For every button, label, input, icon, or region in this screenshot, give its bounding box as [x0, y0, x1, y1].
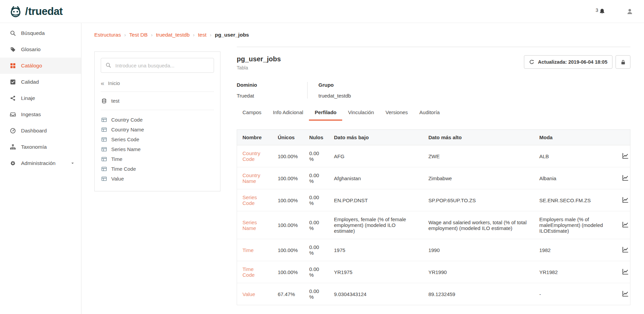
tree-column-series-code[interactable]: Series Code — [101, 134, 214, 144]
gauge-icon — [9, 128, 16, 134]
grid-icon — [9, 63, 16, 69]
nulos-cell: 0.00% — [304, 167, 329, 189]
chart-cell — [617, 167, 630, 189]
tab-auditoria[interactable]: Auditoría — [414, 109, 446, 121]
tree-column-label: Series Name — [111, 146, 141, 152]
highest-value-cell: ZWE — [423, 145, 534, 167]
table-header-row: Nombre Únicos Nulos Dato más bajo Dato m… — [237, 130, 630, 145]
nulos-cell: 0.00% — [304, 283, 329, 305]
field-name-cell: Time — [237, 239, 272, 261]
breadcrumb-link-test[interactable]: test — [198, 32, 207, 38]
unicos-cell: 100.00% — [272, 261, 304, 283]
search-icon — [9, 30, 16, 36]
line-chart-icon[interactable] — [622, 174, 629, 181]
line-chart-icon[interactable] — [622, 221, 629, 228]
tree-column-label: Country Code — [111, 117, 143, 123]
tree-search-input[interactable] — [101, 58, 214, 73]
sidebar-item-label: Ingestas — [21, 111, 41, 118]
truedat-logo[interactable]: /truedat — [9, 5, 63, 18]
chevron-down-icon — [70, 161, 75, 166]
sidebar-item-catalogo[interactable]: Catálogo — [0, 58, 81, 74]
gear-icon — [9, 160, 16, 166]
tab-versiones[interactable]: Versiones — [380, 109, 414, 121]
tab-perfilado[interactable]: Perfilado — [309, 109, 342, 121]
line-chart-icon[interactable] — [622, 246, 629, 253]
tree-column-time[interactable]: Time — [101, 154, 214, 164]
structure-tree-panel: « Inicio test Country Code — [94, 51, 220, 191]
lock-icon — [620, 59, 626, 65]
refresh-updated-button[interactable]: Actualizada: 2019-06-04 18:05 — [524, 55, 612, 69]
lowest-value-cell: 9.0304343124 — [329, 283, 423, 305]
user-menu-button[interactable] — [626, 8, 633, 15]
highest-value-cell: Wage and salaried workers, total (% of t… — [423, 211, 534, 239]
sidebar: Búsqueda Glosario Catálogo Calidad — [0, 23, 81, 314]
breadcrumb-link-estructuras[interactable]: Estructuras — [94, 32, 121, 38]
sidebar-item-dashboard[interactable]: Dashboard — [0, 123, 81, 139]
field-link[interactable]: Country Name — [242, 172, 260, 184]
tree-column-value[interactable]: Value — [101, 174, 214, 184]
brand-name: /truedat — [25, 5, 63, 18]
sidebar-item-busqueda[interactable]: Búsqueda — [0, 25, 81, 41]
tab-campos[interactable]: Campos — [237, 109, 267, 121]
lock-button[interactable] — [616, 55, 630, 69]
table-row: Series Name 100.00% 0.00% Employers, fem… — [237, 211, 630, 239]
sidebar-item-glosario[interactable]: Glosario — [0, 41, 81, 58]
sidebar-item-taxonomia[interactable]: Taxonomía — [0, 139, 81, 155]
tree-node-test[interactable]: test — [101, 92, 214, 110]
nulos-cell: 0.00% — [304, 145, 329, 167]
double-chevron-left-icon: « — [101, 81, 104, 85]
structure-detail: pg_user_jobs Tabla Actualizada: 2019-06-… — [237, 47, 630, 305]
grupo-value: truedat_testdb — [318, 93, 351, 99]
line-chart-icon[interactable] — [622, 290, 629, 297]
tree-back-inicio[interactable]: « Inicio — [101, 80, 214, 92]
table-row: Series Code 100.00% 0.00% EN.POP.DNST SP… — [237, 189, 630, 211]
col-header-nulos: Nulos — [304, 130, 329, 145]
sidebar-item-label: Taxonomía — [21, 144, 47, 150]
page-title: pg_user_jobs — [237, 55, 281, 63]
table-column-icon — [101, 137, 107, 142]
nulos-cell: 0.00% — [304, 239, 329, 261]
notifications-button[interactable]: 3 — [596, 8, 605, 15]
chart-cell — [617, 145, 630, 167]
sidebar-item-label: Búsqueda — [21, 30, 45, 36]
chart-cell — [617, 211, 630, 239]
moda-cell: Employers male (% of maleEmployment) (mo… — [534, 211, 617, 239]
breadcrumb-current: pg_user_jobs — [215, 32, 249, 38]
field-link[interactable]: Time Code — [242, 266, 255, 278]
field-link[interactable]: Value — [242, 291, 255, 297]
unicos-cell: 100.00% — [272, 211, 304, 239]
breadcrumb-separator: › — [151, 32, 153, 38]
field-link[interactable]: Time — [242, 247, 254, 253]
field-link[interactable]: Country Code — [242, 150, 260, 162]
line-chart-icon[interactable] — [622, 268, 629, 275]
breadcrumb-link-truedat-testdb[interactable]: truedat_testdb — [156, 32, 190, 38]
unicos-cell: 100.00% — [272, 167, 304, 189]
tree-column-country-code[interactable]: Country Code — [101, 115, 214, 125]
tree-column-label: Time Code — [111, 166, 136, 172]
structure-type-label: Tabla — [237, 65, 281, 70]
field-link[interactable]: Series Name — [242, 219, 257, 231]
tree-back-label: Inicio — [108, 80, 120, 86]
line-chart-icon[interactable] — [622, 152, 629, 159]
sidebar-item-ingestas[interactable]: Ingestas — [0, 106, 81, 123]
field-link[interactable]: Series Code — [242, 194, 257, 206]
field-name-cell: Series Code — [237, 189, 272, 211]
database-icon — [101, 98, 107, 104]
owl-logo-icon — [9, 5, 22, 18]
sidebar-item-calidad[interactable]: Calidad — [0, 74, 81, 90]
profile-table: Nombre Únicos Nulos Dato más bajo Dato m… — [237, 129, 630, 305]
share-nodes-icon — [9, 95, 16, 101]
tab-info-adicional[interactable]: Info Adicional — [267, 109, 309, 121]
col-header-moda: Moda — [534, 130, 617, 145]
sidebar-item-linaje[interactable]: Linaje — [0, 90, 81, 106]
tree-column-time-code[interactable]: Time Code — [101, 164, 214, 174]
sidebar-item-administracion[interactable]: Administración — [0, 155, 81, 171]
tree-column-series-name[interactable]: Series Name — [101, 144, 214, 154]
tree-column-country-name[interactable]: Country Name — [101, 125, 214, 134]
line-chart-icon[interactable] — [622, 196, 629, 203]
tab-vinculacion[interactable]: Vinculación — [342, 109, 379, 121]
detail-tabs: Campos Info Adicional Perfilado Vinculac… — [237, 109, 630, 121]
tree-column-label: Time — [111, 156, 122, 162]
breadcrumb-separator: › — [210, 32, 212, 38]
breadcrumb-link-testdb[interactable]: Test DB — [129, 32, 148, 38]
